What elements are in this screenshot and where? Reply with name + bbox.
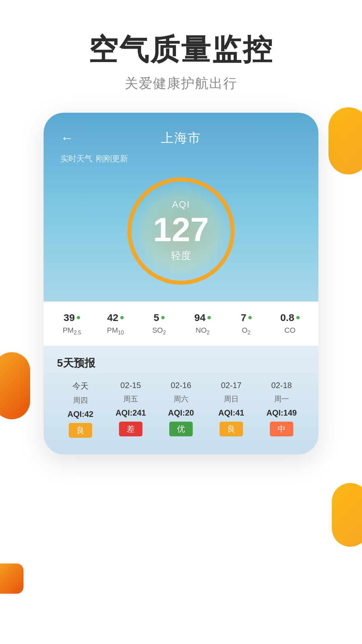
weather-header: ← 上海市 实时天气 刚刚更新 AQI 127 轻度 <box>44 113 318 302</box>
forecast-day-weekday-4: 周一 <box>274 394 289 404</box>
pollutant-item-3: 94NO2 <box>181 312 225 336</box>
update-time: 刚刚更新 <box>96 153 128 164</box>
back-button[interactable]: ← <box>60 130 74 146</box>
hero-section: 空气质量监控 关爱健康护航出行 <box>0 0 362 113</box>
pollutant-value-1: 42 <box>107 312 118 323</box>
pollutant-dot-2 <box>161 316 165 319</box>
update-info: 实时天气 刚刚更新 <box>60 153 302 164</box>
forecast-day-weekday-1: 周五 <box>123 394 138 404</box>
pollutant-dot-0 <box>77 316 80 319</box>
pollutant-name-5: CO <box>285 326 296 335</box>
forecast-day-weekday-3: 周日 <box>224 394 239 404</box>
forecast-day-label-0: 今天 <box>72 381 88 391</box>
pollutant-value-4: 7 <box>241 312 246 323</box>
pollutant-item-0: 39PM2.5 <box>50 312 94 336</box>
aqi-desc: 轻度 <box>171 249 191 263</box>
forecast-day-1: 02-15周五AQI:241差 <box>107 381 154 438</box>
deco-shape-mid-left <box>0 352 30 419</box>
pollutant-dot-3 <box>207 316 211 319</box>
pollutant-value-5: 0.8 <box>280 312 294 323</box>
forecast-day-label-4: 02-18 <box>271 381 292 390</box>
pollutant-name-4: O2 <box>242 326 250 336</box>
forecast-badge-3: 良 <box>220 422 243 436</box>
forecast-day-weekday-2: 周六 <box>174 394 188 404</box>
forecast-day-2: 02-16周六AQI:20优 <box>158 381 204 438</box>
pollutant-item-1: 42PM10 <box>94 312 137 336</box>
forecast-day-3: 02-17周日AQI:41良 <box>208 381 255 438</box>
aqi-circle-container: AQI 127 轻度 <box>60 177 302 302</box>
deco-shape-top-right <box>328 107 362 174</box>
pollutant-value-row-5: 0.8 <box>280 312 300 323</box>
pollutant-dot-1 <box>120 316 124 319</box>
pollutant-name-3: NO2 <box>196 326 210 336</box>
forecast-aqi-4: AQI:149 <box>266 408 297 418</box>
forecast-day-label-3: 02-17 <box>221 381 241 390</box>
hero-subtitle: 关爱健康护航出行 <box>0 74 362 93</box>
pollutant-name-2: SO2 <box>152 326 166 336</box>
pollutant-name-1: PM10 <box>107 326 124 336</box>
city-name: 上海市 <box>161 129 201 147</box>
forecast-day-weekday-0: 周四 <box>73 395 88 406</box>
deco-shape-bottom-left <box>0 564 23 594</box>
forecast-day-label-2: 02-16 <box>171 381 191 390</box>
pollutant-dot-5 <box>296 316 300 319</box>
nav-bar: ← 上海市 <box>60 129 302 147</box>
aqi-label: AQI <box>172 199 190 210</box>
pollutant-value-row-1: 42 <box>107 312 124 323</box>
aqi-circle: AQI 127 轻度 <box>127 177 235 285</box>
forecast-day-0: 今天周四AQI:42良 <box>57 381 104 438</box>
update-label: 实时天气 <box>60 153 93 164</box>
pollutant-value-row-3: 94 <box>194 312 211 323</box>
forecast-aqi-3: AQI:41 <box>218 408 244 418</box>
aqi-value: 127 <box>153 213 209 246</box>
forecast-section: 5天预报 今天周四AQI:42良02-15周五AQI:241差02-16周六AQ… <box>44 346 318 454</box>
forecast-badge-2: 优 <box>169 422 193 436</box>
pollutant-value-0: 39 <box>64 312 75 323</box>
forecast-aqi-0: AQI:42 <box>67 410 93 419</box>
forecast-day-label-1: 02-15 <box>120 381 141 390</box>
forecast-aqi-1: AQI:241 <box>116 408 146 418</box>
pollutant-value-row-2: 5 <box>154 312 165 323</box>
phone-mockup: ← 上海市 实时天气 刚刚更新 AQI 127 轻度 39PM2.542PM10… <box>44 113 318 454</box>
forecast-badge-0: 良 <box>69 423 92 438</box>
forecast-grid: 今天周四AQI:42良02-15周五AQI:241差02-16周六AQI:20优… <box>57 381 305 438</box>
pollutant-item-4: 7O2 <box>225 312 268 336</box>
pollutant-name-0: PM2.5 <box>63 326 81 336</box>
app-content: ← 上海市 实时天气 刚刚更新 AQI 127 轻度 39PM2.542PM10… <box>44 113 318 454</box>
forecast-aqi-2: AQI:20 <box>168 408 194 418</box>
pollutant-item-2: 5SO2 <box>137 312 181 336</box>
pollutant-dot-4 <box>248 316 252 319</box>
pollutant-value-row-4: 7 <box>241 312 252 323</box>
deco-shape-bottom-right <box>332 483 362 547</box>
forecast-title: 5天预报 <box>57 356 305 371</box>
pollutant-value-2: 5 <box>154 312 159 323</box>
pollutant-row: 39PM2.542PM105SO294NO27O20.8CO <box>44 302 318 346</box>
pollutant-item-5: 0.8CO <box>268 312 312 336</box>
pollutant-value-row-0: 39 <box>64 312 80 323</box>
hero-title: 空气质量监控 <box>0 34 362 66</box>
forecast-badge-1: 差 <box>119 422 142 436</box>
forecast-day-4: 02-18周一AQI:149中 <box>258 381 305 438</box>
pollutant-value-3: 94 <box>194 312 205 323</box>
forecast-badge-4: 中 <box>270 422 293 436</box>
